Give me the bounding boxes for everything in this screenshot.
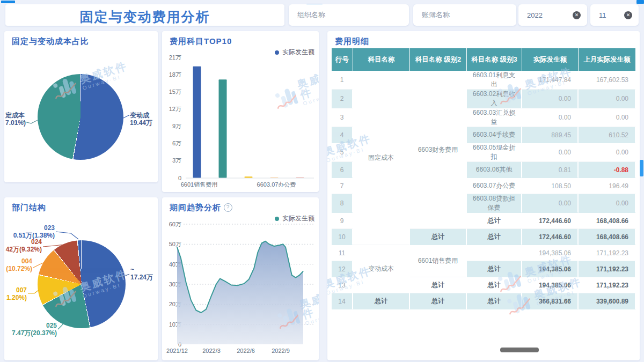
- table-cell[interactable]: 171,192.23: [579, 245, 636, 261]
- table-cell[interactable]: 6603财务费用: [410, 71, 467, 229]
- table-cell[interactable]: 0.00: [522, 90, 579, 108]
- table-cell[interactable]: 7: [332, 178, 353, 194]
- table-cell[interactable]: 总计: [467, 229, 522, 245]
- table-cell[interactable]: 总计: [467, 213, 522, 229]
- table-cell[interactable]: 6603.08贷款担保费: [467, 194, 522, 213]
- table-cell[interactable]: [467, 245, 522, 261]
- table-cell[interactable]: 3: [332, 108, 353, 127]
- clear-month-icon[interactable]: ✕: [624, 11, 632, 19]
- bar-6603.06其他[interactable]: [296, 178, 304, 178]
- table-cell[interactable]: 171,192.23: [579, 261, 636, 277]
- dept-slice-label: 0071.20%): [4, 286, 27, 301]
- table-cell[interactable]: 171,447.84: [522, 71, 579, 90]
- table-cell[interactable]: 6: [332, 162, 353, 178]
- column-header[interactable]: 上月实际发生额: [579, 48, 636, 71]
- table-cell[interactable]: -0.88: [579, 162, 636, 178]
- table-cell[interactable]: 总计: [467, 261, 522, 277]
- table-cell[interactable]: 4: [332, 127, 353, 143]
- month-filter[interactable]: 11 ✕: [590, 4, 639, 26]
- svg-text:6601销售费用: 6601销售费用: [181, 181, 217, 188]
- table-cell[interactable]: 889.45: [522, 127, 579, 143]
- expense-detail-panel: 费用明细 行号科目名称科目名称 级别2科目名称 级别3实际发生额上月实际发生额1…: [327, 31, 640, 360]
- help-icon[interactable]: ?: [224, 203, 232, 212]
- table-cell[interactable]: 168,408.66: [579, 213, 636, 229]
- table-row[interactable]: 1固定成本6603财务费用6603.01利息支出171,447.84167,60…: [332, 71, 636, 90]
- bar-6603.04手续费[interactable]: [245, 176, 253, 178]
- expense-detail-table[interactable]: 行号科目名称科目名称 级别2科目名称 级别3实际发生额上月实际发生额1固定成本6…: [332, 48, 636, 309]
- table-cell[interactable]: 194,385.06: [522, 245, 579, 261]
- table-cell[interactable]: 总计: [410, 229, 467, 245]
- table-row[interactable]: 14总计总计总计366,831.66339,600.89: [332, 293, 636, 309]
- legend-label[interactable]: 实际发生额: [282, 48, 314, 57]
- table-cell[interactable]: 10: [332, 229, 353, 245]
- dept-structure-title: 部门结构: [12, 203, 46, 213]
- table-cell[interactable]: 12: [332, 261, 353, 277]
- bar-6603.07办公费[interactable]: [270, 178, 279, 178]
- table-cell[interactable]: 0.00: [522, 143, 579, 162]
- table-cell[interactable]: 6603.03汇兑损益: [467, 108, 522, 127]
- column-header[interactable]: 科目名称: [353, 48, 410, 71]
- table-cell[interactable]: 6603.06其他: [467, 162, 522, 178]
- table-cell[interactable]: 8: [332, 194, 353, 213]
- table-cell[interactable]: 9: [332, 213, 353, 229]
- table-cell[interactable]: 6603.07办公费: [467, 178, 522, 194]
- svg-text:21万: 21万: [169, 54, 181, 61]
- table-cell[interactable]: 168,408.66: [579, 229, 636, 245]
- table-cell[interactable]: 108.50: [522, 178, 579, 194]
- dept-slice-label: 004(10.72%): [4, 257, 32, 272]
- table-cell[interactable]: 11: [332, 245, 353, 261]
- table-cell[interactable]: 0.00: [579, 90, 636, 108]
- table-cell[interactable]: 1: [332, 71, 353, 90]
- dept-structure-panel: 部门结构 ~17.24万0257.47万(20.37%)0071.20%)004…: [4, 197, 158, 360]
- legend-label[interactable]: 实际发生额: [282, 214, 314, 223]
- table-cell[interactable]: 6601销售费用: [410, 245, 467, 277]
- svg-text:18万: 18万: [169, 71, 181, 78]
- org-name-filter[interactable]: 组织名称: [289, 4, 409, 26]
- table-vertical-scrollbar-thumb[interactable]: [640, 160, 643, 176]
- table-cell[interactable]: 339,600.89: [579, 293, 636, 309]
- book-name-filter[interactable]: 账簿名称: [413, 4, 516, 26]
- table-cell[interactable]: 14: [332, 293, 353, 309]
- table-cell[interactable]: 0.00: [579, 108, 636, 127]
- bar-6603.01利息支出[interactable]: [219, 79, 227, 178]
- table-cell[interactable]: 0.00: [579, 143, 636, 162]
- column-header[interactable]: 行号: [332, 48, 353, 71]
- table-cell[interactable]: 5: [332, 143, 353, 162]
- table-cell[interactable]: 194,385.06: [522, 261, 579, 277]
- clear-year-icon[interactable]: ✕: [573, 11, 581, 19]
- table-cell[interactable]: 171,192.23: [579, 277, 636, 293]
- table-cell[interactable]: 0.00: [522, 194, 579, 213]
- table-cell[interactable]: 13: [332, 277, 353, 293]
- table-cell[interactable]: 总计: [410, 277, 467, 293]
- table-cell[interactable]: 366,831.66: [522, 293, 579, 309]
- title-card: 固定与变动费用分析: [5, 4, 284, 26]
- table-cell[interactable]: 固定成本: [353, 71, 410, 245]
- table-cell[interactable]: 610.52: [579, 127, 636, 143]
- year-filter[interactable]: 2022 ✕: [518, 4, 587, 26]
- dept-slice-label: ~17.24万: [130, 266, 158, 281]
- table-cell[interactable]: 总计: [467, 277, 522, 293]
- table-cell[interactable]: 2: [332, 90, 353, 108]
- table-cell[interactable]: 总计: [353, 293, 410, 309]
- column-header[interactable]: 科目名称 级别3: [467, 48, 522, 71]
- bar-6601销售费用[interactable]: [193, 67, 201, 178]
- table-cell[interactable]: 6603.05现金折扣: [467, 143, 522, 162]
- column-header[interactable]: 科目名称 级别2: [410, 48, 467, 71]
- table-row[interactable]: 11变动成本6601销售费用194,385.06171,192.23: [332, 245, 636, 261]
- table-cell[interactable]: 172,446.60: [522, 213, 579, 229]
- table-cell[interactable]: 0.00: [579, 194, 636, 213]
- table-cell[interactable]: 变动成本: [353, 245, 410, 293]
- horizontal-scrollbar-thumb[interactable]: [500, 348, 539, 352]
- table-cell[interactable]: 196.49: [579, 178, 636, 194]
- table-cell[interactable]: 167,602.53: [579, 71, 636, 90]
- table-cell[interactable]: 6603.04手续费: [467, 127, 522, 143]
- table-cell[interactable]: 194,385.06: [522, 277, 579, 293]
- table-cell[interactable]: 172,446.60: [522, 229, 579, 245]
- table-cell[interactable]: 0.81: [522, 162, 579, 178]
- table-cell[interactable]: 6603.01利息支出: [467, 71, 522, 90]
- table-cell[interactable]: 0.00: [522, 108, 579, 127]
- table-cell[interactable]: 总计: [410, 293, 467, 309]
- column-header[interactable]: 实际发生额: [522, 48, 579, 71]
- table-cell[interactable]: 6603.02利息收入: [467, 90, 522, 108]
- table-cell[interactable]: 总计: [467, 293, 522, 309]
